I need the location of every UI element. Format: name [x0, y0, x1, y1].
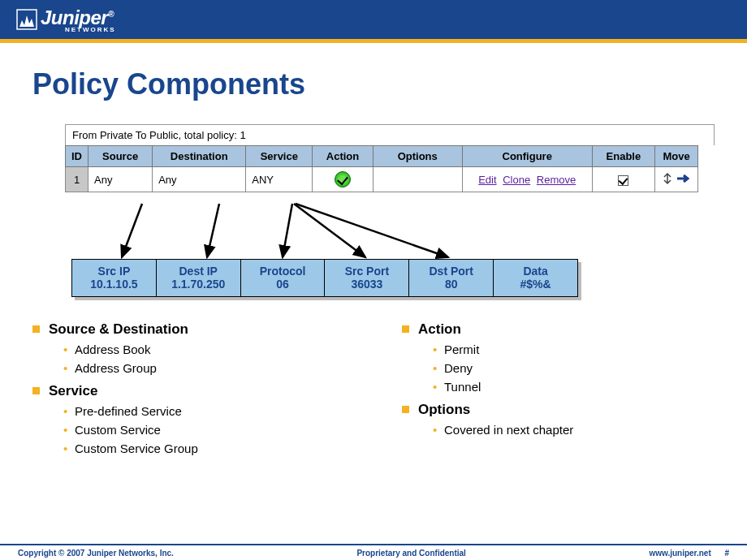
packet-src-ip: Src IP 10.1.10.5	[71, 259, 157, 297]
footer-confidential: Proprietary and Confidential	[356, 549, 465, 558]
col-destination: Destination	[153, 146, 246, 167]
bullet-item: Covered in next chapter	[433, 423, 715, 437]
svg-line-4	[294, 204, 365, 257]
footer-url: www.juniper.net	[649, 549, 710, 558]
cell-action	[313, 167, 373, 192]
col-service: Service	[246, 146, 313, 167]
juniper-logo-icon	[16, 9, 37, 30]
bullet-heading: Action	[402, 321, 715, 338]
policy-row: 1 Any Any ANY Edit Clone Remove	[66, 167, 698, 192]
policy-caption: From Private To Public, total policy: 1	[65, 124, 715, 145]
col-action: Action	[313, 146, 373, 167]
bullet-item: Custom Service	[63, 423, 345, 437]
bullet-heading: Source & Destination	[32, 321, 345, 338]
bullet-item: Pre-defined Service	[63, 404, 345, 418]
cell-destination: Any	[153, 167, 246, 192]
policy-table-container: From Private To Public, total policy: 1 …	[65, 124, 715, 192]
packet-diagram: Src IP 10.1.10.5 Dest IP 1.1.70.250 Prot…	[71, 259, 578, 297]
footer-bar: Copyright © 2007 Juniper Networks, Inc. …	[0, 544, 747, 560]
col-options: Options	[373, 146, 462, 167]
col-configure: Configure	[462, 146, 592, 167]
cell-service: ANY	[246, 167, 313, 192]
move-arrows-icon[interactable]	[661, 172, 692, 185]
bullets-left: Source & DestinationAddress BookAddress …	[32, 321, 345, 460]
mapping-arrows	[65, 204, 715, 257]
policy-header-row: ID Source Destination Service Action Opt…	[66, 146, 698, 167]
packet-dest-ip: Dest IP 1.1.70.250	[157, 259, 241, 297]
enable-checkbox-icon[interactable]	[618, 175, 628, 186]
bullet-item: Address Group	[63, 361, 345, 375]
remove-link[interactable]: Remove	[535, 174, 577, 186]
bullets-columns: Source & DestinationAddress BookAddress …	[32, 321, 715, 460]
bullet-item: Custom Service Group	[63, 442, 345, 455]
col-id: ID	[66, 146, 89, 167]
page-title: Policy Components	[32, 67, 715, 101]
svg-line-3	[283, 204, 292, 257]
packet-dst-port: Dst Port 80	[409, 259, 494, 297]
bullet-item: Address Book	[63, 342, 345, 356]
bullet-item: Permit	[433, 342, 715, 356]
packet-src-port: Src Port 36033	[325, 259, 409, 297]
bullet-heading: Service	[32, 383, 345, 399]
bullet-heading: Options	[402, 402, 715, 418]
col-move: Move	[655, 146, 698, 167]
svg-line-5	[296, 204, 448, 257]
permit-check-icon	[335, 171, 351, 187]
cell-enable	[592, 167, 654, 192]
edit-link[interactable]: Edit	[477, 174, 498, 186]
policy-table: ID Source Destination Service Action Opt…	[65, 145, 698, 192]
packet-data: Data #$%&	[494, 259, 578, 297]
svg-line-2	[207, 204, 219, 257]
cell-source: Any	[89, 167, 153, 192]
cell-move	[655, 167, 698, 192]
svg-line-1	[122, 204, 142, 257]
bullets-right: ActionPermitDenyTunnelOptionsCovered in …	[402, 321, 715, 460]
clone-link[interactable]: Clone	[501, 174, 532, 186]
brand-logo: Juniper® NETWORKS	[16, 6, 116, 33]
cell-options	[373, 167, 462, 192]
col-enable: Enable	[592, 146, 654, 167]
footer-copyright: Copyright © 2007 Juniper Networks, Inc.	[18, 549, 174, 558]
cell-configure: Edit Clone Remove	[462, 167, 592, 192]
bullet-item: Deny	[433, 361, 715, 375]
col-source: Source	[89, 146, 153, 167]
bullet-item: Tunnel	[433, 380, 715, 394]
brand-sub: NETWORKS	[65, 26, 116, 33]
header-bar: Juniper® NETWORKS	[0, 0, 747, 39]
brand-name: Juniper	[41, 6, 108, 28]
packet-protocol: Protocol 06	[241, 259, 326, 297]
page-number: #	[724, 549, 729, 558]
cell-id: 1	[66, 167, 89, 192]
